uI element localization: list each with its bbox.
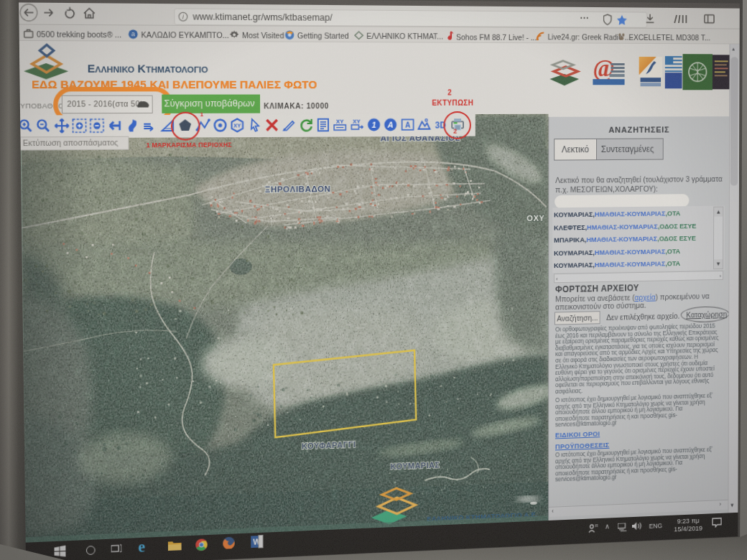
- svg-text:XY: XY: [233, 123, 241, 129]
- svg-text:ΟΧΥ: ΟΧΥ: [526, 213, 544, 223]
- svg-text:A: A: [387, 120, 394, 129]
- svg-text:ΚΟΥΜΑΡΙΑΣ: ΚΟΥΜΑΡΙΑΣ: [391, 460, 440, 472]
- svg-text:R: R: [595, 523, 598, 528]
- svg-text:XY: XY: [353, 118, 361, 125]
- svg-text:1: 1: [371, 120, 376, 129]
- svg-text:A: A: [405, 121, 410, 129]
- svg-text:ΚΟΥΦΑΡΑΓΓΙ: ΚΟΥΦΑΡΑΓΓΙ: [302, 439, 356, 451]
- svg-text:ΞΗΡΟΛΙΒΑΔΟΝ: ΞΗΡΟΛΙΒΑΔΟΝ: [265, 184, 331, 194]
- svg-text:XY: XY: [336, 118, 344, 125]
- svg-text:i: i: [182, 13, 185, 21]
- svg-text:a: a: [131, 30, 136, 38]
